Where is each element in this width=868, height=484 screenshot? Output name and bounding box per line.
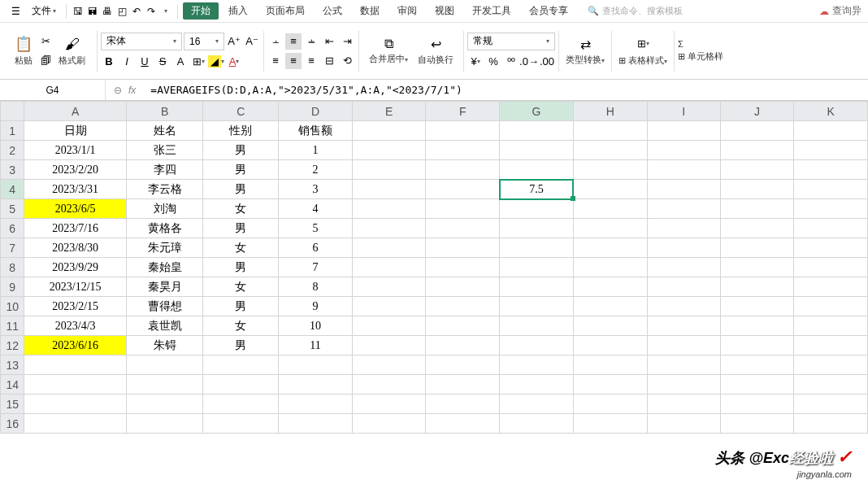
row-head-7[interactable]: 7 (1, 238, 24, 258)
row-head-8[interactable]: 8 (1, 258, 24, 277)
cell-K3[interactable] (794, 160, 868, 180)
paste-button[interactable]: 📋 粘贴 (11, 33, 36, 68)
tab-view[interactable]: 视图 (427, 2, 462, 20)
cell-A3[interactable]: 2023/2/20 (24, 160, 126, 180)
col-head-C[interactable]: C (203, 102, 279, 121)
cell-A9[interactable]: 2023/12/15 (24, 277, 126, 297)
cell-G10[interactable] (500, 297, 574, 316)
col-head-I[interactable]: I (647, 102, 720, 121)
cell-A10[interactable]: 2023/2/15 (24, 297, 126, 316)
cell-I9[interactable] (647, 277, 720, 297)
align-middle-icon[interactable]: ≡ (285, 33, 302, 50)
decrease-font-icon[interactable]: A⁻ (244, 33, 260, 50)
cell-B9[interactable]: 秦昊月 (126, 277, 203, 297)
cell-J8[interactable] (720, 258, 793, 277)
cell-K15[interactable] (794, 395, 868, 414)
cell-B5[interactable]: 刘淘 (126, 199, 203, 219)
cell-J1[interactable] (720, 121, 793, 141)
row-head-5[interactable]: 5 (1, 199, 24, 219)
row-head-9[interactable]: 9 (1, 277, 24, 297)
cell-B4[interactable]: 李云格 (126, 180, 203, 199)
cell-F1[interactable] (426, 121, 500, 141)
font-name-select[interactable]: 宋体▾ (101, 33, 182, 50)
cell-G6[interactable] (500, 219, 574, 238)
cell-C16[interactable] (203, 414, 279, 434)
formula-input[interactable]: =AVERAGEIFS(D:D,A:A,">2023/5/31",A:A,"<2… (144, 84, 868, 96)
underline-button[interactable]: U (137, 54, 153, 70)
cell-D1[interactable]: 销售额 (279, 121, 353, 141)
cell-C7[interactable]: 女 (203, 238, 279, 258)
col-head-J[interactable]: J (720, 102, 793, 121)
cell-E11[interactable] (352, 316, 426, 336)
cell-J9[interactable] (720, 277, 793, 297)
cell-G13[interactable] (500, 355, 574, 375)
row-head-10[interactable]: 10 (1, 297, 24, 316)
cell-D11[interactable]: 10 (279, 316, 353, 336)
cell-D9[interactable]: 8 (279, 277, 353, 297)
col-head-E[interactable]: E (352, 102, 426, 121)
cancel-icon[interactable]: ⊖ (114, 85, 122, 96)
cell-K10[interactable] (794, 297, 868, 316)
cell-J3[interactable] (720, 160, 793, 180)
cell-A12[interactable]: 2023/6/16 (24, 336, 126, 355)
cell-K16[interactable] (794, 414, 868, 434)
cell-C8[interactable]: 男 (203, 258, 279, 277)
cell-I16[interactable] (647, 414, 720, 434)
cell-B12[interactable]: 朱锝 (126, 336, 203, 355)
cell-E2[interactable] (352, 141, 426, 160)
col-head-F[interactable]: F (426, 102, 500, 121)
cell-B6[interactable]: 黄格各 (126, 219, 203, 238)
strike-button[interactable]: S (154, 54, 171, 70)
cell-F14[interactable] (426, 375, 500, 395)
cell-G5[interactable] (500, 199, 574, 219)
cell-E12[interactable] (352, 336, 426, 355)
col-head-H[interactable]: H (573, 102, 647, 121)
cell-H12[interactable] (573, 336, 647, 355)
cell-D14[interactable] (279, 375, 353, 395)
align-left-icon[interactable]: ≡ (267, 53, 284, 69)
cell-I10[interactable] (647, 297, 720, 316)
cell-G14[interactable] (500, 375, 574, 395)
cell-A8[interactable]: 2023/9/29 (24, 258, 126, 277)
row-head-4[interactable]: 4 (1, 180, 24, 199)
cell-I4[interactable] (647, 180, 720, 199)
cell-B3[interactable]: 李四 (126, 160, 203, 180)
cell-J6[interactable] (720, 219, 793, 238)
align-right-icon[interactable]: ≡ (303, 53, 319, 69)
cell-K5[interactable] (794, 199, 868, 219)
cell-G8[interactable] (500, 258, 574, 277)
cell-I1[interactable] (647, 121, 720, 141)
cell-F15[interactable] (426, 395, 500, 414)
cell-G12[interactable] (500, 336, 574, 355)
row-head-13[interactable]: 13 (1, 355, 24, 375)
tab-formula[interactable]: 公式 (315, 2, 350, 20)
row-head-3[interactable]: 3 (1, 160, 24, 180)
cell-J4[interactable] (720, 180, 793, 199)
cell-H14[interactable] (573, 375, 647, 395)
decimal-inc-icon[interactable]: .0→ (521, 54, 537, 70)
justify-icon[interactable]: ⊟ (321, 53, 337, 69)
cell-C3[interactable]: 男 (203, 160, 279, 180)
cell-B7[interactable]: 朱元璋 (126, 238, 203, 258)
cell-H3[interactable] (573, 160, 647, 180)
cell-E10[interactable] (352, 297, 426, 316)
cell-A2[interactable]: 2023/1/1 (24, 141, 126, 160)
row-head-12[interactable]: 12 (1, 336, 24, 355)
cell-J13[interactable] (720, 355, 793, 375)
cell-C9[interactable]: 女 (203, 277, 279, 297)
cell-G11[interactable] (500, 316, 574, 336)
cell-F9[interactable] (426, 277, 500, 297)
cell-J2[interactable] (720, 141, 793, 160)
font-size-select[interactable]: 16▾ (184, 33, 224, 50)
align-bottom-icon[interactable]: ⫨ (303, 33, 319, 50)
cell-C4[interactable]: 男 (203, 180, 279, 199)
cell-I14[interactable] (647, 375, 720, 395)
cell-F11[interactable] (426, 316, 500, 336)
cell-I7[interactable] (647, 238, 720, 258)
cell-I8[interactable] (647, 258, 720, 277)
select-all-corner[interactable] (1, 102, 24, 121)
align-top-icon[interactable]: ⫠ (267, 33, 284, 50)
cell-G2[interactable] (500, 141, 574, 160)
cell-C5[interactable]: 女 (203, 199, 279, 219)
cell-E8[interactable] (352, 258, 426, 277)
